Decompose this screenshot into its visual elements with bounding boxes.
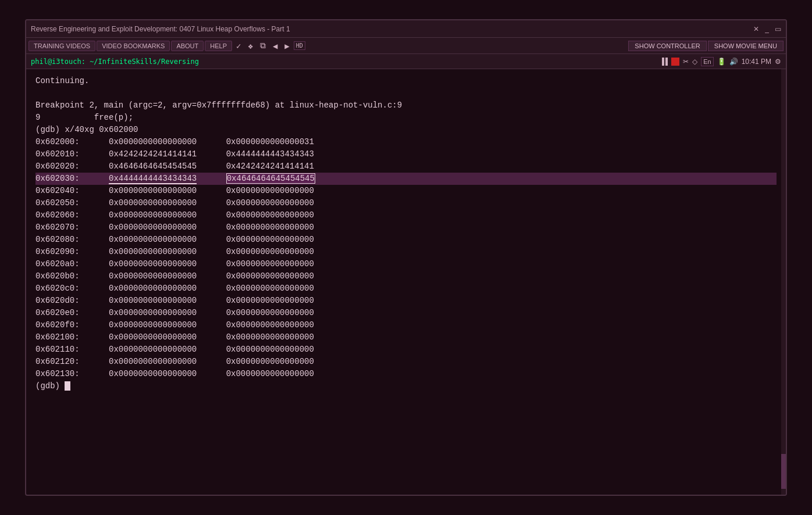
next-icon[interactable]: ▶ [282,40,292,52]
gear-icon[interactable]: ❖ [245,40,255,52]
cursor [65,381,70,391]
terminal-line-8: 0x602030: 0x4444444443434343 0x464646464… [35,173,777,185]
pause-button[interactable] [662,58,668,66]
terminal-line-5: 0x602000: 0x0000000000000000 0x000000000… [35,136,777,148]
hd-icon[interactable]: HD [294,41,305,50]
menu-video-bookmarks[interactable]: VIDEO BOOKMARKS [97,41,170,51]
scrollbar-thumb[interactable] [781,454,786,489]
terminal-line-2: Breakpoint 2, main (argc=2, argv=0x7ffff… [35,99,777,112]
minimize-icon[interactable]: ✕ [753,25,759,33]
terminal-line-17: 0x6020c0: 0x0000000000000000 0x000000000… [35,282,777,295]
terminal-line-23: 0x602120: 0x0000000000000000 0x000000000… [35,356,777,368]
terminal-line-24: 0x602130: 0x0000000000000000 0x000000000… [35,368,777,380]
window-controls: ✕ _ ▭ [753,25,781,33]
terminal-container: Continuing. Breakpoint 2, main (argc=2, … [26,69,786,495]
terminal-line-10: 0x602050: 0x0000000000000000 0x000000000… [35,197,777,209]
check-icon[interactable]: ✓ [233,40,244,52]
settings-icon[interactable]: ⚙ [775,58,781,66]
terminal-line-0: Continuing. [35,75,777,87]
terminal-line-12: 0x602070: 0x0000000000000000 0x000000000… [35,221,777,234]
en-label: En [701,57,713,66]
terminal-line-18: 0x6020d0: 0x0000000000000000 0x000000000… [35,295,777,307]
terminal-line-22: 0x602110: 0x0000000000000000 0x000000000… [35,344,777,356]
terminal-line-13: 0x602080: 0x0000000000000000 0x000000000… [35,234,777,246]
path-text: phil@i3touch: ~/InfiniteSkills/Reversing [31,58,199,66]
stop-button[interactable] [671,58,679,66]
terminal-line-14: 0x602090: 0x0000000000000000 0x000000000… [35,246,777,258]
window-title: Reverse Engineering and Exploit Developm… [31,25,290,33]
show-controller-button[interactable]: SHOW CONTROLLER [628,41,706,51]
menu-bar: TRAINING VIDEOS VIDEO BOOKMARKS ABOUT HE… [26,38,786,54]
title-bar: Reverse Engineering and Exploit Developm… [26,20,786,38]
terminal-line-25: (gdb) [35,380,777,392]
terminal-line-19: 0x6020e0: 0x0000000000000000 0x000000000… [35,307,777,319]
terminal-line-6: 0x602010: 0x4242424241414141 0x444444444… [35,148,777,160]
prev-icon[interactable]: ◀ [270,40,280,52]
scrollbar[interactable] [781,69,786,495]
terminal-line-20: 0x6020f0: 0x0000000000000000 0x000000000… [35,319,777,331]
terminal-line-7: 0x602020: 0x4646464645454545 0x424242424… [35,160,777,173]
close-icon[interactable]: ▭ [775,25,781,33]
terminal-line-1 [35,87,777,99]
system-icons: ✂ ◇ En 🔋 🔊 10:41 PM ⚙ [662,57,781,66]
terminal-line-11: 0x602060: 0x0000000000000000 0x000000000… [35,209,777,221]
volume-icon: 🔊 [729,58,738,66]
menu-help[interactable]: HELP [205,41,232,51]
clock: 10:41 PM [742,58,771,66]
system-bar: phil@i3touch: ~/InfiniteSkills/Reversing… [26,54,786,69]
expand-icon[interactable]: ⧉ [257,40,269,52]
terminal-line-4: (gdb) x/40xg 0x602000 [35,124,777,136]
terminal[interactable]: Continuing. Breakpoint 2, main (argc=2, … [26,69,786,398]
menu-training-videos[interactable]: TRAINING VIDEOS [29,41,95,51]
battery-icon: 🔋 [717,58,726,66]
scissors-icon[interactable]: ✂ [683,58,689,66]
terminal-line-16: 0x6020b0: 0x0000000000000000 0x000000000… [35,270,777,282]
main-window: Reverse Engineering and Exploit Developm… [25,19,787,496]
terminal-line-15: 0x6020a0: 0x0000000000000000 0x000000000… [35,258,777,270]
diamond-icon: ◇ [692,58,697,66]
terminal-line-3: 9 free(p); [35,112,777,124]
terminal-line-9: 0x602040: 0x0000000000000000 0x000000000… [35,185,777,197]
terminal-line-21: 0x602100: 0x0000000000000000 0x000000000… [35,331,777,344]
show-movie-menu-button[interactable]: SHOW MOVIE MENU [708,41,783,51]
menu-about[interactable]: ABOUT [171,41,204,51]
maximize-icon[interactable]: _ [765,25,769,33]
